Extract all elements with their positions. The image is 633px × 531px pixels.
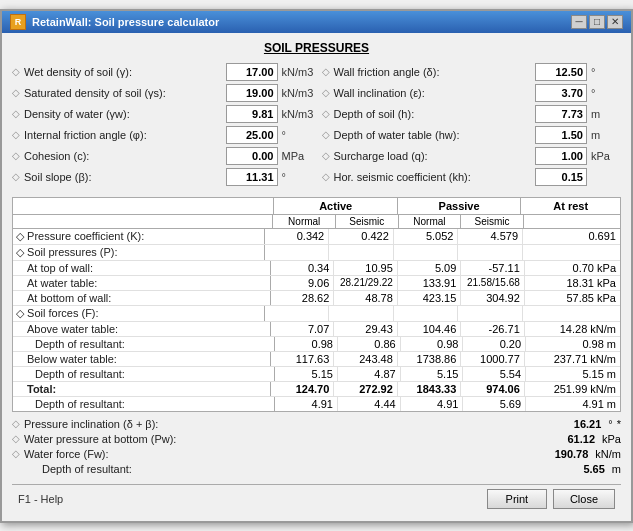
water-force-value: 190.78: [555, 448, 589, 460]
form-row: ◇ Wall inclination (ε): °: [322, 84, 622, 102]
data-cell: 48.78: [334, 291, 398, 305]
data-cell: 5.052: [394, 229, 459, 244]
diamond-icon: ◇: [12, 66, 20, 77]
friction-angle-input[interactable]: [226, 126, 278, 144]
print-button[interactable]: Print: [487, 489, 547, 509]
saturated-density-input[interactable]: [226, 84, 278, 102]
bottom-fields: ◇ Pressure inclination (δ + β): 16.21 ° …: [12, 418, 621, 478]
minimize-button[interactable]: ─: [571, 15, 587, 29]
data-cell: 243.48: [334, 352, 398, 366]
data-cell: [265, 245, 330, 260]
data-cell: 4.44: [338, 397, 401, 411]
form-row: ◇ Internal friction angle (φ): °: [12, 126, 312, 144]
th-passive: Passive: [398, 198, 521, 214]
data-cell: 272.92: [334, 382, 398, 396]
data-cell: 1000.77: [461, 352, 525, 366]
form-row: ◇ Soil slope (β): °: [12, 168, 312, 186]
field-label: Hor. seismic coefficient (kh):: [334, 171, 532, 183]
left-fields: ◇ Wet density of soil (γ): kN/m3 ◇ Satur…: [12, 63, 312, 189]
data-cell: [458, 245, 523, 260]
data-cell: 5.15: [275, 367, 338, 381]
field-unit: °: [282, 129, 312, 141]
diamond-icon: ◇: [12, 150, 20, 161]
field-unit: kN/m: [595, 448, 621, 460]
form-area: ◇ Wet density of soil (γ): kN/m3 ◇ Satur…: [12, 63, 621, 189]
soil-slope-input[interactable]: [226, 168, 278, 186]
data-cell: 7.07: [271, 322, 335, 336]
diamond-icon: ◇: [12, 448, 20, 459]
seismic-input[interactable]: [535, 168, 587, 186]
data-cell: 21.58/15.68: [461, 276, 525, 290]
th-active: Active: [274, 198, 397, 214]
field-unit: kN/m3: [282, 108, 312, 120]
data-cell: [523, 306, 620, 321]
field-label: Water pressure at bottom (Pw):: [24, 433, 564, 445]
th-normal-passive: Normal: [399, 215, 462, 228]
th-seismic-active: Seismic: [336, 215, 399, 228]
field-label: Internal friction angle (φ):: [24, 129, 222, 141]
data-cell: 423.15: [398, 291, 462, 305]
data-cell: 28.21/29.22: [334, 276, 398, 290]
data-cell: 10.95: [334, 261, 398, 275]
diamond-icon: ◇: [322, 87, 330, 98]
data-cell: 1738.86: [398, 352, 462, 366]
bottom-section: ◇ Pressure inclination (δ + β): 16.21 ° …: [12, 418, 621, 478]
table-row: ◇ Soil pressures (P):: [13, 245, 620, 261]
data-cell: 974.06: [461, 382, 525, 396]
th-normal-active: Normal: [273, 215, 336, 228]
depth-soil-input[interactable]: [535, 105, 587, 123]
table-row: Below water table: 117.63 243.48 1738.86…: [13, 352, 620, 367]
diamond-icon: ◇: [12, 87, 20, 98]
surcharge-input[interactable]: [535, 147, 587, 165]
form-row: ◇ Surcharge load (q): kPa: [322, 147, 622, 165]
table-row: ◇ Soil forces (F):: [13, 306, 620, 322]
data-cell: 0.86: [338, 337, 401, 351]
field-label: Wall inclination (ε):: [334, 87, 532, 99]
water-density-input[interactable]: [226, 105, 278, 123]
wet-density-input[interactable]: [226, 63, 278, 81]
close-button[interactable]: ✕: [607, 15, 623, 29]
row-label: Below water table:: [13, 352, 271, 366]
th-sub-empty: [13, 215, 273, 228]
data-cell: [329, 245, 394, 260]
data-cell: 18.31 kPa: [525, 276, 620, 290]
water-table-input[interactable]: [535, 126, 587, 144]
cohesion-input[interactable]: [226, 147, 278, 165]
field-unit: m: [612, 463, 621, 475]
data-cell: 251.99 kN/m: [525, 382, 620, 396]
field-unit: MPa: [282, 150, 312, 162]
field-label: Pressure inclination (δ + β):: [24, 418, 570, 430]
right-fields: ◇ Wall friction angle (δ): ° ◇ Wall incl…: [322, 63, 622, 189]
data-cell: 9.06: [271, 276, 335, 290]
wall-inclination-input[interactable]: [535, 84, 587, 102]
data-cell: 0.342: [265, 229, 330, 244]
close-button[interactable]: Close: [553, 489, 615, 509]
app-icon: R: [10, 14, 26, 30]
data-cell: 0.691: [523, 229, 620, 244]
results-table: Active Passive At rest Normal Seismic No…: [12, 197, 621, 412]
diamond-icon: ◇: [12, 171, 20, 182]
wall-friction-input[interactable]: [535, 63, 587, 81]
field-unit: °: [591, 87, 621, 99]
th-atrest: At rest: [521, 198, 620, 214]
form-row: ◇ Depth of water table (hw): m: [322, 126, 622, 144]
data-cell: 133.91: [398, 276, 462, 290]
field-unit: kN/m3: [282, 87, 312, 99]
data-cell: 0.34: [271, 261, 335, 275]
data-cell: [394, 306, 459, 321]
form-row: ◇ Density of water (γw): kN/m3: [12, 105, 312, 123]
window-title: RetainWall: Soil pressure calculator: [32, 16, 219, 28]
data-cell: 4.91 m: [526, 397, 620, 411]
data-cell: 0.98: [401, 337, 464, 351]
data-cell: 1843.33: [398, 382, 462, 396]
help-text: F1 - Help: [18, 493, 63, 505]
table-row: ◇ Pressure coefficient (K): 0.342 0.422 …: [13, 229, 620, 245]
maximize-button[interactable]: □: [589, 15, 605, 29]
data-cell: -57.11: [461, 261, 525, 275]
data-cell: 117.63: [271, 352, 335, 366]
form-row: ◇ Wet density of soil (γ): kN/m3: [12, 63, 312, 81]
bottom-row: Depth of resultant: 5.65 m: [12, 463, 621, 475]
form-row: ◇ Depth of soil (h): m: [322, 105, 622, 123]
data-cell: 4.91: [275, 397, 338, 411]
field-label: Water force (Fw):: [24, 448, 551, 460]
